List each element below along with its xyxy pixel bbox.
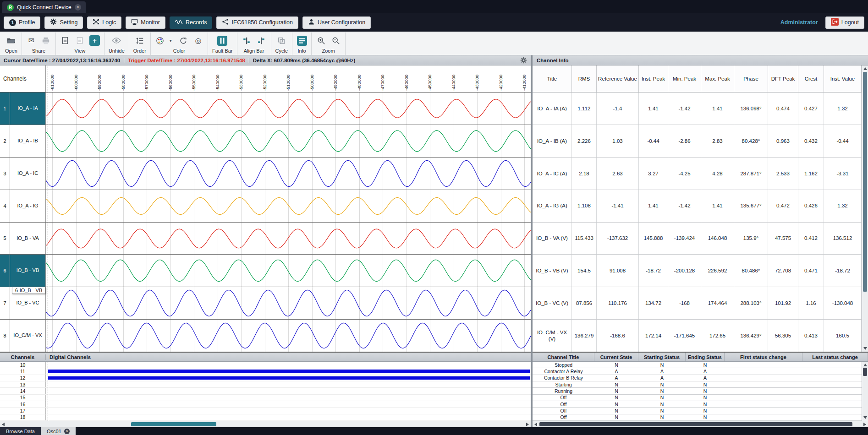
digital-channel-row[interactable]: 13	[0, 381, 531, 388]
left-horizontal-scrollbar[interactable]	[0, 421, 531, 427]
print-icon[interactable]	[41, 35, 51, 46]
cursor-datetime: Cursor Date/Time : 27/04/2022,13:16:16.3…	[4, 58, 120, 63]
color-palette-icon[interactable]	[155, 35, 165, 46]
nav-setting-button[interactable]: Setting	[44, 16, 83, 29]
tab-browse-data[interactable]: Browse Data	[0, 427, 41, 435]
scroll-left-icon[interactable]	[2, 423, 5, 426]
ci-table-row[interactable]: IO_A - IA (A)1.112-1.41.41-1.421.41136.0…	[533, 92, 862, 125]
waveform-plot[interactable]	[46, 125, 531, 157]
ci-table-row[interactable]: IO_B - VA (V)115.433-137.632145.888-139.…	[533, 223, 862, 255]
logout-button[interactable]: Logout	[825, 16, 864, 29]
dt-body: StoppedNNNContactor A RelayAAAContactor …	[533, 362, 862, 421]
ci-table-row[interactable]: IO_A - IC (A)2.182.633.27-4.254.28287.87…	[533, 158, 862, 190]
toolbar-group-fault-bar: Fault Bar	[208, 33, 237, 55]
nav-profile-button[interactable]: 1 Profile	[4, 16, 40, 29]
close-osc-tab-icon[interactable]: ×	[64, 429, 70, 434]
align-cursor-icon[interactable]	[256, 35, 267, 46]
dt-table-row[interactable]: RunningNNN	[533, 388, 862, 394]
waveform-plot[interactable]	[46, 320, 531, 352]
digital-channel-row[interactable]: 14	[0, 388, 531, 394]
add-view-icon[interactable]: +	[89, 35, 100, 46]
waveform-plot[interactable]	[46, 223, 531, 255]
nav-iec-button[interactable]: IEC61850 Configuration	[216, 16, 298, 29]
plot-settings-gear-icon[interactable]	[520, 57, 527, 65]
color-cycle-icon[interactable]	[178, 35, 189, 46]
digital-channel-row[interactable]: 17	[0, 408, 531, 414]
scroll-right-icon[interactable]	[863, 423, 866, 426]
channel-name: IO_A - IA	[10, 92, 46, 125]
analog-channel-row[interactable]: 7IO_B - VC	[0, 287, 531, 320]
dt-table-row[interactable]: Contactor B RelayAAA	[533, 375, 862, 381]
digital-channel-row[interactable]: 10	[0, 362, 531, 368]
ci-table-row[interactable]: IO_A - IB (A)2.2261.03-0.44-2.862.8380.4…	[533, 125, 862, 158]
digital-channel-row[interactable]: 18	[0, 414, 531, 421]
ci-table-row[interactable]: IO_A - IG (A)1.108-1.411.41-1.421.41135.…	[533, 190, 862, 223]
toolbar-group-order: Order	[129, 33, 151, 55]
channel-order-icon[interactable]	[134, 35, 145, 46]
scroll-up-icon[interactable]	[863, 67, 867, 70]
fault-bar-icon[interactable]	[217, 35, 228, 46]
nav-user-config-label: User Configuration	[318, 19, 365, 26]
channel-info-icon[interactable]	[297, 35, 307, 46]
open-folder-icon[interactable]	[6, 35, 16, 46]
waveform-plot[interactable]	[46, 287, 531, 319]
waveform-plot[interactable]	[46, 158, 531, 190]
scroll-down-icon[interactable]	[863, 347, 867, 350]
scroll-down-icon[interactable]	[863, 416, 867, 419]
dt-table-row[interactable]: StartingNNN	[533, 381, 862, 388]
zoom-in-icon[interactable]	[316, 35, 326, 46]
dt-table-row[interactable]: StoppedNNN	[533, 362, 862, 368]
ci-table-row[interactable]: IO_C/M - VX (V)136.279-168.6172.14-171.6…	[533, 320, 862, 352]
unhide-eye-icon[interactable]	[111, 35, 122, 46]
nav-logic-button[interactable]: Logic	[87, 16, 121, 29]
device-tab[interactable]: R Quick Connect Device ×	[2, 1, 86, 13]
palette-dropdown-icon[interactable]: ▾	[170, 38, 174, 43]
waveform-plot[interactable]	[46, 190, 531, 222]
nav-user-config-button[interactable]: User Configuration	[302, 16, 371, 29]
close-tab-icon[interactable]: ×	[75, 4, 81, 11]
ci-vertical-scrollbar[interactable]	[862, 65, 868, 352]
dt-table-row[interactable]: Contactor A RelayAAA	[533, 368, 862, 375]
nav-monitor-button[interactable]: Monitor	[126, 16, 165, 29]
waveform-plot[interactable]	[46, 255, 531, 287]
ci-cell: 0.412	[798, 223, 824, 255]
right-horizontal-scrollbar[interactable]	[533, 421, 868, 427]
zoom-out-icon[interactable]	[330, 35, 341, 46]
digital-channel-row[interactable]: 16	[0, 401, 531, 408]
cursor-line[interactable]	[48, 66, 48, 352]
ci-table-row[interactable]: IO_B - VB (V)154.591.008-18.72-200.12822…	[533, 255, 862, 287]
report-icon[interactable]	[60, 35, 71, 46]
dt-vertical-scrollbar[interactable]	[862, 362, 868, 421]
color-reset-icon[interactable]: ◎	[193, 35, 203, 46]
ci-table-row[interactable]: IO_B - VC (V)87.856110.176134.72-168174.…	[533, 287, 862, 320]
tab-osc01[interactable]: Osc01 ×	[41, 427, 76, 435]
right-hscroll-thumb[interactable]	[539, 422, 852, 426]
analog-channel-row[interactable]: 5IO_B - VA	[0, 223, 531, 255]
dt-table-row[interactable]: OffNNN	[533, 408, 862, 414]
digital-channel-row[interactable]: 12	[0, 375, 531, 381]
digital-status-table: StoppedNNNContactor A RelayAAAContactor …	[533, 362, 868, 421]
ci-vscroll-thumb[interactable]	[863, 72, 867, 292]
left-hscroll-thumb[interactable]	[131, 422, 216, 426]
align-trigger-icon[interactable]	[242, 35, 252, 46]
analog-channel-row[interactable]: 6IO_B - VB	[0, 255, 531, 287]
scroll-up-icon[interactable]	[863, 364, 867, 366]
dt-table-row[interactable]: OffNNN	[533, 414, 862, 421]
analog-channel-row[interactable]: 4IO_A - IG	[0, 190, 531, 223]
digital-channel-row[interactable]: 11	[0, 368, 531, 375]
waveform-plot[interactable]	[46, 92, 531, 125]
dt-table-row[interactable]: OffNNN	[533, 401, 862, 408]
report-alt-icon[interactable]	[75, 35, 85, 46]
digital-channel-row[interactable]: 15	[0, 395, 531, 401]
analog-channel-row[interactable]: 2IO_A - IB	[0, 125, 531, 158]
dt-table-row[interactable]: OffNNN	[533, 395, 862, 401]
mail-icon[interactable]: ✉	[26, 35, 37, 46]
analog-channel-row[interactable]: 8IO_C/M - VX	[0, 320, 531, 352]
scroll-left-icon[interactable]	[534, 423, 537, 426]
cycle-view-icon[interactable]	[276, 35, 287, 46]
scroll-right-icon[interactable]	[526, 423, 529, 426]
dt-vscroll-thumb[interactable]	[863, 368, 867, 376]
analog-channel-row[interactable]: 1IO_A - IA	[0, 92, 531, 125]
nav-records-button[interactable]: Records	[170, 16, 213, 29]
analog-channel-row[interactable]: 3IO_A - IC	[0, 158, 531, 190]
